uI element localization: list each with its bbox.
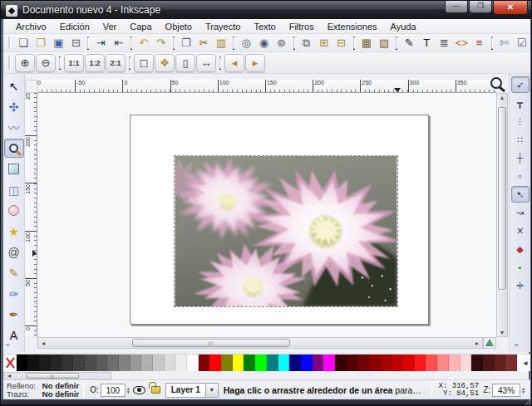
zoom-selection-button[interactable]: ◎	[238, 35, 254, 51]
scroll-left-arrow-icon[interactable]: ◄	[38, 340, 48, 346]
palette-scrollbar[interactable]: ◄ |||	[3, 372, 111, 379]
fill-stroke-button[interactable]: ✎	[401, 35, 417, 51]
palette-scroll-left-icon[interactable]: ◄	[4, 373, 14, 379]
layer-lock-icon[interactable]	[151, 386, 160, 394]
calligraphy-tool[interactable]: ✒	[4, 305, 24, 324]
separator[interactable]	[219, 56, 221, 70]
close-button[interactable]: ✕	[493, 1, 528, 15]
zoom-page-width-button[interactable]: ↔	[196, 54, 216, 72]
palette-swatch[interactable]	[73, 355, 85, 371]
menu-item[interactable]: Ayuda	[385, 21, 422, 32]
palette-scroll-thumb[interactable]: |||	[26, 373, 79, 379]
palette-swatch[interactable]	[141, 355, 153, 371]
palette-swatch[interactable]	[437, 355, 449, 371]
palette-swatch[interactable]	[415, 355, 426, 371]
palette-swatch[interactable]	[461, 355, 472, 371]
zoom-previous-button[interactable]: ◂	[224, 54, 244, 72]
ellipse-tool[interactable]	[4, 201, 24, 220]
palette-swatch[interactable]	[392, 355, 403, 371]
new-document-button[interactable]: ❏	[15, 35, 32, 51]
palette-swatch[interactable]	[471, 355, 483, 371]
horizontal-scroll-thumb[interactable]: |||	[132, 339, 290, 347]
menu-item[interactable]: Texto	[248, 21, 281, 32]
snap-smooth-nodes-toggle[interactable]: ▪	[511, 259, 530, 276]
palette-swatch[interactable]	[96, 355, 108, 371]
resize-grip[interactable]	[524, 398, 532, 406]
zoom-out-button[interactable]: ⊖	[36, 54, 56, 72]
palette-swatch[interactable]	[323, 355, 335, 371]
star-tool[interactable]: ★	[4, 222, 24, 241]
snap-bbox-centers-toggle[interactable]: ▫	[511, 168, 530, 184]
scroll-up-arrow-icon[interactable]: ▲	[497, 95, 507, 100]
zoom-page-button[interactable]: ▯	[175, 54, 195, 72]
duplicate-button[interactable]: ⧉	[298, 35, 315, 51]
palette-swatch[interactable]	[39, 355, 51, 371]
snapbar-overflow-button[interactable]: »	[515, 341, 517, 349]
open-document-button[interactable]: ❒	[32, 35, 49, 51]
align-distribute-button[interactable]: ≡	[471, 35, 488, 51]
text-dialog-button[interactable]: T	[418, 35, 435, 51]
palette-swatch[interactable]	[347, 355, 358, 371]
zoom-1-2-button[interactable]: 1:2	[85, 54, 105, 72]
palette-swatch[interactable]	[27, 355, 39, 371]
zoom-spinner[interactable]: 43% ▲▼	[492, 384, 525, 397]
palette-swatch[interactable]	[289, 355, 301, 371]
palette-swatch[interactable]	[403, 355, 415, 371]
palette-swatch[interactable]	[313, 355, 324, 371]
selector-tool[interactable]: ↖	[4, 76, 24, 95]
spiral-tool[interactable]: @	[4, 242, 24, 262]
palette-swatch[interactable]	[175, 355, 187, 371]
snap-midpoints-toggle[interactable]: ✛	[511, 277, 530, 294]
document-page[interactable]	[130, 115, 429, 325]
paste-button[interactable]: ▥	[213, 35, 229, 51]
palette-swatch[interactable]	[5, 355, 17, 371]
canvas[interactable]	[37, 93, 496, 337]
zoom-drawing-button[interactable]: ❖	[155, 54, 175, 72]
snap-cusp-nodes-toggle[interactable]: ◆	[511, 241, 530, 257]
separator[interactable]	[491, 37, 493, 50]
palette-scroll-arrow-icon[interactable]: ◄	[522, 360, 530, 367]
palette-swatch[interactable]	[233, 355, 244, 371]
layer-dropdown-arrow-icon[interactable]: ▼	[205, 384, 218, 397]
cut-button[interactable]: ✂	[195, 35, 212, 51]
snap-bbox-edges-toggle[interactable]: ⋮	[511, 113, 530, 130]
palette-swatch[interactable]	[85, 355, 96, 371]
zoom-tool[interactable]	[4, 139, 24, 158]
palette-swatch[interactable]	[381, 355, 392, 371]
box3d-tool[interactable]: ◫	[4, 180, 24, 199]
separator[interactable]	[293, 37, 295, 50]
menu-item[interactable]: Objeto	[160, 21, 198, 32]
separator[interactable]	[353, 37, 355, 50]
enable-snapping-toggle[interactable]: ➶	[511, 76, 530, 93]
snap-intersections-toggle[interactable]: ✕	[511, 223, 530, 239]
opacity-spinner[interactable]: 100 ▲▼	[101, 384, 131, 397]
palette-swatch[interactable]	[119, 355, 131, 371]
palette-swatch[interactable]	[267, 355, 278, 371]
zoom-page-button[interactable]: ⊚	[273, 35, 289, 51]
toolbar-grip[interactable]	[8, 56, 11, 71]
menu-item[interactable]: Extensiones	[322, 21, 383, 32]
menu-item[interactable]: Capa	[124, 21, 157, 32]
palette-swatch[interactable]	[335, 355, 347, 371]
rectangle-tool[interactable]	[4, 159, 24, 179]
separator[interactable]	[87, 37, 89, 50]
vertical-ruler[interactable]: 250200150100500	[25, 93, 37, 337]
snap-nodes-toggle[interactable]: ➷	[511, 186, 530, 203]
palette-swatch[interactable]	[107, 355, 119, 371]
tweak-tool[interactable]: 〰	[4, 118, 24, 137]
node-editor-tool[interactable]: ✣	[4, 97, 24, 116]
vertical-scrollbar[interactable]: ▲ ▼	[496, 93, 508, 337]
color-managed-display-icon[interactable]	[483, 337, 496, 349]
palette-swatch[interactable]	[153, 355, 165, 371]
separator[interactable]	[396, 37, 397, 50]
zoom-in-button[interactable]: ⊕	[15, 54, 35, 72]
menu-item[interactable]: Archivo	[10, 21, 52, 32]
separator[interactable]	[59, 56, 61, 70]
minimize-button[interactable]: —	[445, 1, 468, 13]
palette-swatch[interactable]	[301, 355, 313, 371]
import-button[interactable]: ⇥	[92, 35, 109, 51]
scroll-down-arrow-icon[interactable]: ▼	[497, 330, 507, 335]
palette-swatch[interactable]	[483, 355, 495, 371]
group-objects-button[interactable]: ▦	[358, 35, 375, 51]
palette-swatch[interactable]	[131, 355, 142, 371]
